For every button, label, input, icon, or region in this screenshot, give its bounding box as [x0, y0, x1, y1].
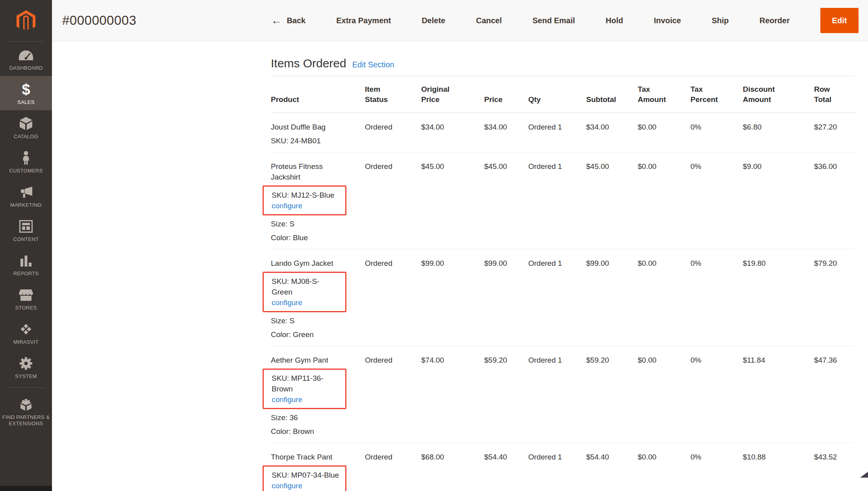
original-price-cell: $45.00	[421, 161, 484, 243]
configure-link[interactable]: configure	[272, 394, 302, 405]
subtotal-cell: $59.20	[586, 355, 638, 437]
sidebar-item-find-partners-extensions[interactable]: FIND PARTNERS & EXTENSIONS	[0, 391, 52, 432]
magento-logo[interactable]	[0, 0, 52, 42]
col-header-tax-amount: TaxAmount	[638, 84, 690, 105]
sidebar-item-label: CONTENT	[2, 236, 50, 243]
price-cell: $45.00	[484, 161, 528, 243]
sidebar-item-content[interactable]: CONTENT	[0, 213, 52, 247]
row-total-cell: $43.52	[814, 452, 855, 491]
discount-amount-cell: $10.88	[743, 452, 814, 491]
product-name: Lando Gym Jacket	[271, 258, 357, 269]
sku-block: SKU: MJ08-S-Green configure	[263, 272, 346, 312]
admin-sidebar: DASHBOARD $ SALES CATALOG CUSTOMERS	[0, 0, 52, 491]
tax-amount-cell: $0.00	[638, 452, 690, 491]
table-row: Aether Gym Pant SKU: MP11-36-Brown confi…	[271, 346, 855, 443]
sidebar-item-label: CUSTOMERS	[2, 168, 50, 174]
sales-icon: $	[2, 82, 50, 97]
col-header-discount-amount: DiscountAmount	[743, 84, 814, 105]
arrow-left-icon: ←	[271, 15, 281, 26]
table-row: Proteus FitnessJackshirt SKU: MJ12-S-Blu…	[271, 152, 855, 249]
system-icon	[2, 356, 50, 371]
row-total-cell: $36.00	[814, 161, 855, 243]
original-price-cell: $68.00	[421, 452, 484, 491]
stores-icon	[2, 287, 50, 302]
qty-cell: Ordered 1	[528, 355, 586, 437]
extensions-icon	[2, 397, 50, 412]
order-header-bar: #000000003 ← Back Extra Payment Delete C…	[52, 0, 868, 41]
sidebar-item-catalog[interactable]: CATALOG	[0, 110, 52, 145]
scroll-corner-artifact	[860, 472, 868, 478]
item-status-cell: Ordered	[365, 452, 421, 491]
reorder-button[interactable]: Reorder	[759, 16, 790, 25]
sidebar-item-stores[interactable]: STORES	[0, 282, 52, 316]
col-header-price: Price	[484, 84, 528, 105]
ship-button[interactable]: Ship	[712, 16, 729, 25]
tax-amount-cell: $0.00	[638, 161, 690, 243]
tax-percent-cell: 0%	[690, 452, 743, 491]
original-price-cell: $99.00	[421, 258, 484, 340]
product-cell: Joust Duffle Bag SKU: 24-MB01	[271, 122, 365, 146]
extra-payment-button[interactable]: Extra Payment	[336, 16, 391, 25]
sidebar-item-mirasvit[interactable]: MIRASVIT	[0, 316, 52, 350]
product-cell: Proteus FitnessJackshirt SKU: MJ12-S-Blu…	[271, 161, 365, 243]
subtotal-cell: $45.00	[586, 161, 638, 243]
row-total-cell: $47.36	[814, 355, 855, 437]
qty-cell: Ordered 1	[528, 161, 586, 243]
item-status-cell: Ordered	[365, 161, 421, 243]
tax-percent-cell: 0%	[690, 355, 743, 437]
edit-section-link[interactable]: Edit Section	[352, 60, 394, 69]
table-row: Joust Duffle Bag SKU: 24-MB01 Ordered $3…	[271, 113, 855, 152]
original-price-cell: $34.00	[421, 122, 484, 146]
sidebar-item-customers[interactable]: CUSTOMERS	[0, 145, 52, 179]
sidebar-item-label: SALES	[2, 99, 50, 106]
price-cell: $54.40	[484, 452, 528, 491]
product-cell: Thorpe Track Pant SKU: MP07-34-Blue conf…	[271, 452, 365, 491]
discount-amount-cell: $9.00	[743, 161, 814, 243]
product-cell: Lando Gym Jacket SKU: MJ08-S-Green confi…	[271, 258, 365, 340]
dashboard-icon	[2, 48, 50, 63]
catalog-icon	[2, 116, 50, 131]
sidebar-item-marketing[interactable]: MARKETING	[0, 179, 52, 213]
reports-icon	[2, 253, 50, 268]
price-cell: $59.20	[484, 355, 528, 437]
hold-button[interactable]: Hold	[606, 16, 623, 25]
sku-block: SKU: 24-MB01	[271, 135, 357, 146]
sku-block: SKU: MJ12-S-Blue configure	[263, 185, 346, 215]
sidebar-item-dashboard[interactable]: DASHBOARD	[0, 42, 52, 76]
configure-link[interactable]: configure	[272, 200, 302, 211]
table-row: Thorpe Track Pant SKU: MP07-34-Blue conf…	[271, 443, 855, 491]
configure-link[interactable]: configure	[272, 297, 302, 308]
qty-cell: Ordered 1	[528, 258, 586, 340]
cancel-button[interactable]: Cancel	[476, 16, 502, 25]
discount-amount-cell: $19.80	[743, 258, 814, 340]
magento-logo-icon	[17, 10, 35, 31]
delete-button[interactable]: Delete	[422, 16, 445, 25]
tax-percent-cell: 0%	[690, 258, 743, 340]
invoice-button[interactable]: Invoice	[654, 16, 681, 25]
edit-button[interactable]: Edit	[820, 8, 859, 33]
col-header-item-status: ItemStatus	[365, 84, 421, 105]
section-title: Items Ordered	[271, 57, 346, 70]
sidebar-item-label: MIRASVIT	[2, 339, 50, 345]
col-header-row-total: RowTotal	[814, 84, 855, 105]
col-header-qty: Qty	[528, 84, 586, 105]
item-status-cell: Ordered	[365, 355, 421, 437]
product-name: Thorpe Track Pant	[271, 452, 357, 462]
configure-link[interactable]: configure	[272, 480, 302, 491]
sidebar-item-sales[interactable]: $ SALES	[0, 76, 52, 110]
tax-percent-cell: 0%	[690, 161, 743, 243]
back-button[interactable]: ← Back	[271, 15, 305, 26]
product-size: Size: S	[271, 219, 357, 229]
content-icon	[2, 219, 50, 234]
items-ordered-section-head: Items Ordered Edit Section	[271, 57, 855, 70]
sidebar-item-reports[interactable]: REPORTS	[0, 247, 52, 282]
discount-amount-cell: $11.84	[743, 355, 814, 437]
product-sku: SKU: MP07-34-Blue	[272, 470, 340, 480]
tax-amount-cell: $0.00	[638, 258, 690, 340]
send-email-button[interactable]: Send Email	[533, 16, 575, 25]
item-status-cell: Ordered	[365, 122, 421, 146]
qty-cell: Ordered 1	[528, 452, 586, 491]
tax-percent-cell: 0%	[690, 122, 743, 146]
sidebar-item-system[interactable]: SYSTEM	[0, 350, 52, 384]
sidebar-item-label: MARKETING	[2, 202, 50, 208]
